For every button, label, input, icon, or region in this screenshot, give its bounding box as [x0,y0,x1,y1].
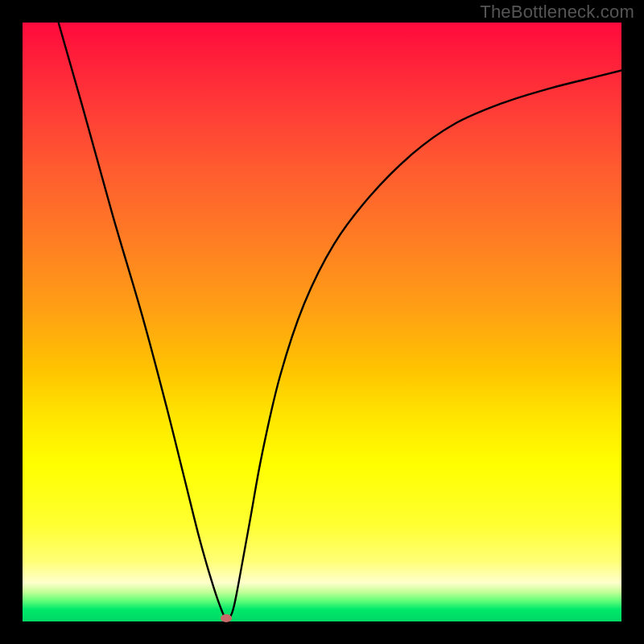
minimum-marker [221,614,232,622]
chart-container: TheBottleneck.com [0,0,644,644]
plot-frame [23,23,621,621]
watermark-text: TheBottleneck.com [480,2,634,23]
bottleneck-curve [23,23,621,621]
